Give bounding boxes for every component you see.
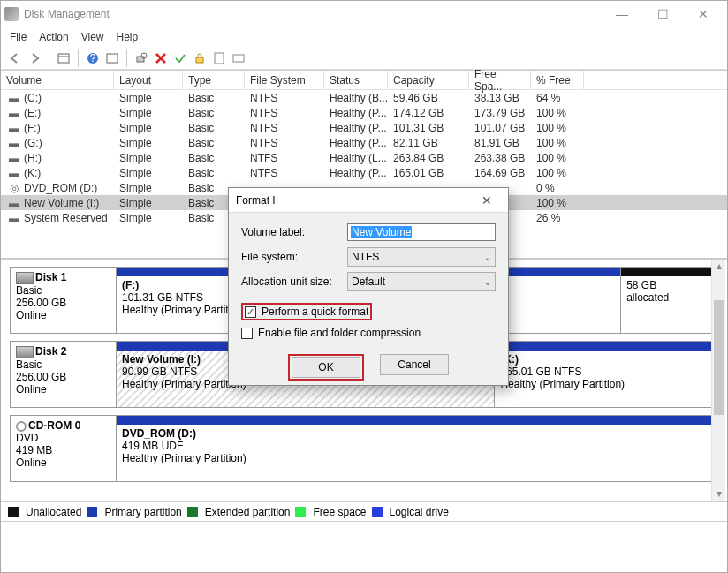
col-layout[interactable]: Layout [114, 71, 183, 89]
disk-info: Disk 1Basic256.00 GBOnline [10, 267, 116, 334]
disk-row: CD-ROM 0DVD419 MBOnlineDVD_ROM (D:)419 M… [10, 415, 718, 482]
legend-primary-swatch [87, 507, 97, 517]
legend-logical: Logical drive [390, 506, 449, 518]
legend-logical-swatch [372, 507, 383, 517]
cancel-button[interactable]: Cancel [380, 354, 449, 375]
scroll-up-icon[interactable]: ▴ [712, 260, 725, 274]
toolbar: ? [1, 47, 727, 70]
dialog-close-icon[interactable]: ✕ [473, 190, 501, 211]
ok-button[interactable]: OK [292, 357, 360, 378]
menu-help[interactable]: Help [117, 31, 139, 43]
volume-row[interactable]: ▬(H:)SimpleBasicNTFSHealthy (L...263.84 … [1, 150, 727, 165]
legend-ext-swatch [187, 507, 198, 517]
legend-ext: Extended partition [205, 506, 291, 518]
col-free[interactable]: Free Spa... [469, 71, 531, 89]
menu-action[interactable]: Action [39, 31, 68, 43]
dialog-title: Format I: [236, 194, 473, 207]
menu-file[interactable]: File [10, 31, 27, 43]
disk-partitions: DVD_ROM (D:)419 MB UDFHealthy (Primary P… [116, 415, 718, 482]
label-aus: Allocation unit size: [241, 275, 347, 288]
delete-icon[interactable] [152, 49, 170, 67]
quick-format-checkbox[interactable] [245, 306, 256, 318]
menubar: File Action View Help [1, 27, 727, 47]
col-capacity[interactable]: Capacity [388, 71, 469, 89]
disk-info: CD-ROM 0DVD419 MBOnline [10, 415, 116, 482]
svg-rect-0 [58, 54, 69, 63]
col-status[interactable]: Status [324, 71, 388, 89]
legend-free: Free space [313, 506, 366, 518]
forward-icon[interactable] [26, 49, 43, 67]
partition[interactable]: (K:)165.01 GB NTFSHealthy (Primary Parti… [495, 342, 717, 407]
partition[interactable]: 58 GBallocated [621, 268, 717, 333]
svg-rect-9 [233, 55, 244, 62]
compression-checkbox[interactable] [241, 328, 253, 339]
svg-rect-4 [107, 54, 118, 63]
legend-free-swatch [295, 507, 306, 517]
chevron-down-icon: ⌄ [484, 277, 491, 287]
format-dialog: Format I: ✕ Volume label: New Volume Fil… [228, 187, 509, 386]
svg-rect-7 [196, 57, 203, 63]
maximize-button[interactable]: ☐ [642, 1, 683, 27]
scroll-down-icon[interactable]: ▾ [712, 487, 725, 501]
volume-header: Volume Layout Type File System Status Ca… [1, 71, 727, 90]
legend-unalloc-swatch [8, 507, 19, 517]
back-icon[interactable] [6, 49, 24, 67]
list-icon[interactable] [230, 49, 247, 67]
close-button[interactable]: ✕ [683, 1, 724, 27]
quick-format-label: Perform a quick format [262, 305, 368, 318]
col-type[interactable]: Type [183, 71, 245, 89]
legend: Unallocated Primary partition Extended p… [1, 501, 727, 521]
volume-row[interactable]: ▬(E:)SimpleBasicNTFSHealthy (P...174.12 … [1, 105, 727, 120]
app-icon [4, 7, 19, 21]
lock-icon[interactable] [191, 49, 209, 67]
col-pct[interactable]: % Free [531, 71, 584, 89]
panel-icon[interactable] [55, 49, 72, 67]
minimize-button[interactable]: — [602, 1, 642, 27]
allocation-unit-select[interactable]: Default⌄ [347, 272, 496, 291]
volume-label-input[interactable]: New Volume [347, 223, 496, 241]
col-volume[interactable]: Volume [1, 71, 114, 89]
scrollbar[interactable]: ▴ ▾ [711, 260, 725, 501]
svg-rect-8 [215, 53, 224, 64]
col-fs[interactable]: File System [245, 71, 324, 89]
disk-management-window: Disk Management — ☐ ✕ File Action View H… [0, 0, 728, 573]
window-title: Disk Management [24, 8, 602, 20]
scroll-thumb[interactable] [714, 300, 724, 415]
volume-row[interactable]: ▬(K:)SimpleBasicNTFSHealthy (P...165.01 … [1, 165, 727, 180]
partition[interactable]: DVD_ROM (D:)419 MB UDFHealthy (Primary P… [117, 416, 717, 481]
volume-row[interactable]: ▬(F:)SimpleBasicNTFSHealthy (P...101.31 … [1, 120, 727, 135]
disk-info: Disk 2Basic256.00 GBOnline [10, 341, 116, 408]
label-volume: Volume label: [241, 226, 347, 238]
volume-row[interactable]: ▬(C:)SimpleBasicNTFSHealthy (B...59.46 G… [1, 90, 727, 105]
label-fs: File system: [241, 251, 347, 263]
chevron-down-icon: ⌄ [484, 253, 491, 262]
svg-rect-5 [137, 57, 144, 62]
check-icon[interactable] [171, 49, 189, 67]
refresh-icon[interactable] [103, 49, 121, 67]
compression-label: Enable file and folder compression [258, 327, 421, 339]
legend-primary: Primary partition [104, 506, 181, 518]
titlebar: Disk Management — ☐ ✕ [1, 1, 727, 27]
volume-row[interactable]: ▬(G:)SimpleBasicNTFSHealthy (P...82.11 G… [1, 135, 727, 150]
dialog-titlebar[interactable]: Format I: ✕ [229, 188, 508, 213]
menu-view[interactable]: View [81, 31, 104, 43]
file-system-select[interactable]: NTFS⌄ [347, 247, 496, 267]
properties-icon[interactable] [210, 49, 228, 67]
statusbar [1, 521, 727, 540]
legend-unalloc: Unallocated [26, 506, 81, 518]
action-icon[interactable] [133, 49, 150, 67]
help-icon[interactable]: ? [84, 49, 102, 67]
svg-text:?: ? [90, 52, 96, 64]
